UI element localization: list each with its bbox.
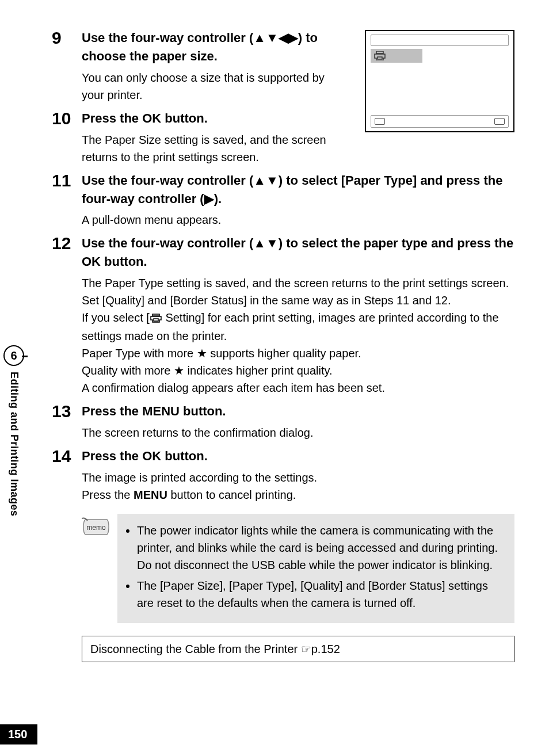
soft-key-right-icon: [494, 118, 505, 125]
chapter-number-badge: 6: [3, 345, 24, 366]
desc-text: Quality with more ★ indicates higher pri…: [82, 364, 333, 377]
desc-text: Press the: [82, 488, 134, 501]
step-number: 9: [52, 28, 82, 104]
step-number: 10: [52, 108, 82, 166]
step-12: 12 Use the four-way controller (▲▼) to s…: [52, 233, 514, 396]
step-number: 14: [52, 446, 82, 503]
title-text: Use the four-way controller (: [82, 236, 253, 250]
step-title: Use the four-way controller (▲▼) to sele…: [82, 171, 514, 208]
step-title: Press the MENU button.: [82, 402, 514, 421]
desc-text: A confirmation dialog appears after each…: [82, 381, 385, 394]
manual-page: 9 Use the four-way controller (▲▼◀▶) to …: [0, 0, 549, 756]
desc-text: Paper Type with more ★ supports higher q…: [82, 347, 361, 360]
memo-item: The power indicator lights while the cam…: [137, 522, 505, 574]
soft-key-left-icon: [375, 118, 385, 125]
memo-icon: memo: [82, 514, 110, 623]
step-11: 11 Use the four-way controller (▲▼) to s…: [52, 170, 514, 229]
title-text: button.: [161, 111, 208, 125]
title-text: ) to select the paper type and press the: [279, 236, 513, 250]
title-text: Press the: [82, 404, 142, 418]
step-number: 12: [52, 233, 82, 396]
step-description: The image is printed according to the se…: [82, 469, 514, 503]
cross-reference-box: Disconnecting the Cable from the Printer…: [82, 636, 514, 662]
title-text: button.: [101, 254, 147, 269]
arrows-icon: ▲▼: [253, 236, 279, 250]
printer-setting-icon: [150, 310, 162, 327]
lcd-screen-figure: [365, 30, 514, 132]
screen-bottom-bar: [371, 115, 509, 128]
step-description: You can only choose a size that is suppo…: [82, 69, 348, 104]
title-text: button.: [161, 449, 208, 463]
step-14: 14 Press the OK button. The image is pri…: [52, 446, 514, 503]
printer-icon: [374, 51, 386, 60]
ok-button-label: OK: [82, 254, 101, 269]
menu-button-label: MENU: [134, 488, 167, 501]
title-text: Use the four-way controller (: [82, 30, 253, 45]
screen-title-bar: [371, 35, 509, 46]
arrows-icon: ▲▼: [253, 173, 279, 188]
memo-content: The power indicator lights while the cam…: [117, 514, 514, 623]
step-title: Use the four-way controller (▲▼◀▶) to ch…: [82, 29, 348, 66]
desc-text: The Paper Type setting is saved, and the…: [82, 277, 509, 307]
chapter-tab: 6 Editing and Printing Images: [0, 345, 28, 575]
menu-button-label: MENU: [142, 404, 180, 418]
memo-note: memo The power indicator lights while th…: [82, 514, 514, 623]
desc-text: If you select [: [82, 311, 150, 324]
desc-text: button to cancel printing.: [167, 488, 296, 501]
step-9: 9 Use the four-way controller (▲▼◀▶) to …: [52, 28, 348, 104]
step-title: Press the OK button.: [82, 109, 348, 128]
title-text: button.: [180, 404, 226, 418]
arrow-right-icon: ▶: [204, 192, 214, 206]
title-text: Press the: [82, 111, 142, 125]
ok-button-label: OK: [142, 449, 161, 463]
svg-text:memo: memo: [86, 524, 106, 532]
ok-button-label: OK: [142, 111, 161, 125]
step-13: 13 Press the MENU button. The screen ret…: [52, 401, 514, 441]
step-10: 10 Press the OK button. The Paper Size s…: [52, 108, 348, 166]
title-text: ).: [214, 192, 222, 206]
screen-selected-row: [371, 48, 509, 63]
page-number: 150: [0, 724, 37, 744]
chapter-title: Editing and Printing Images: [8, 372, 20, 517]
step-number: 11: [52, 170, 82, 229]
step-description: A pull-down menu appears.: [82, 211, 514, 228]
step-title: Use the four-way controller (▲▼) to sele…: [82, 234, 514, 271]
desc-text: The image is printed according to the se…: [82, 471, 317, 484]
cross-reference-text: Disconnecting the Cable from the Printer…: [90, 643, 340, 655]
step-number: 13: [52, 401, 82, 441]
step-description: The Paper Size setting is saved, and the…: [82, 131, 348, 166]
step-description: The screen returns to the confirmation d…: [82, 424, 514, 441]
step-description: The Paper Type setting is saved, and the…: [82, 274, 514, 396]
arrows-icon: ▲▼◀▶: [253, 30, 298, 45]
title-text: Press the: [82, 449, 142, 463]
step-title: Press the OK button.: [82, 447, 514, 465]
title-text: Use the four-way controller (: [82, 173, 253, 188]
memo-item: The [Paper Size], [Paper Type], [Quality…: [137, 577, 505, 612]
